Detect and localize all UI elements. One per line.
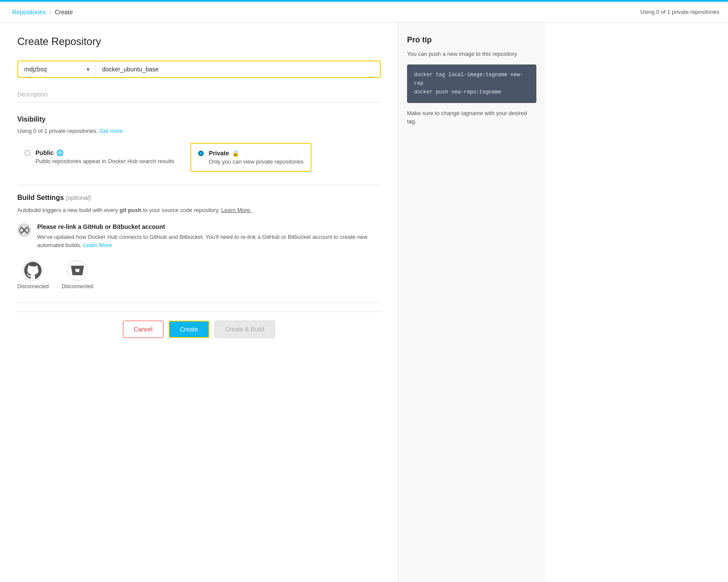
relink-learn-more-link[interactable]: Learn More — [83, 242, 112, 248]
svg-point-6 — [67, 260, 87, 280]
relink-text: Please re-link a GitHub or Bitbucket acc… — [37, 223, 381, 250]
cancel-button[interactable]: Cancel — [123, 321, 164, 338]
name-row: mdjzbsq ▾ — [17, 61, 381, 78]
public-label-title: Public 🌐 — [35, 149, 174, 156]
namespace-value: mdjzbsq — [24, 66, 47, 73]
public-label-desc: Public repositories appear in Docker Hub… — [35, 158, 174, 164]
divider-1 — [17, 185, 381, 185]
private-usage-text: Using 0 of 1 private repositories. Get m… — [17, 128, 381, 134]
usage-text: Using 0 of 1 private repositories — [640, 9, 719, 15]
public-radio[interactable] — [25, 150, 30, 156]
description-input[interactable] — [17, 87, 381, 103]
lock-icon: 🔒 — [232, 150, 239, 157]
private-label-title: Private 🔒 — [209, 150, 304, 157]
private-radio[interactable] — [198, 151, 204, 156]
breadcrumb: Repositories › Create — [9, 7, 77, 17]
relink-title: Please re-link a GitHub or Bitbucket acc… — [37, 223, 381, 230]
relink-desc: We've updated how Docker Hub connects to… — [37, 233, 381, 250]
relink-notice: Please re-link a GitHub or Bitbucket acc… — [17, 223, 381, 250]
providers-row: Disconnected Disconnected — [17, 260, 381, 289]
right-sidebar: Pro tip You can push a new image to this… — [398, 23, 545, 582]
relink-icon — [17, 223, 31, 237]
globe-icon: 🌐 — [56, 149, 64, 156]
main-layout: Create Repository mdjzbsq ▾ Visibility U… — [0, 23, 728, 582]
visibility-option-public[interactable]: Public 🌐 Public repositories appear in D… — [17, 143, 182, 172]
create-and-build-button[interactable]: Create & Build — [215, 321, 275, 338]
visibility-options: Public 🌐 Public repositories appear in D… — [17, 143, 381, 172]
nav-current: Create — [51, 7, 77, 17]
get-more-link[interactable]: Get more — [99, 128, 123, 134]
visibility-option-private[interactable]: Private 🔒 Only you can view private repo… — [190, 143, 311, 172]
top-nav: Repositories › Create Using 0 of 1 priva… — [0, 2, 728, 23]
code-block: docker tag local-image:tagname new-rep d… — [407, 64, 536, 103]
nav-repositories-link[interactable]: Repositories — [9, 7, 49, 17]
learn-more-link[interactable]: Learn More. — [221, 207, 252, 213]
divider-2 — [17, 302, 381, 303]
provider-github: Disconnected — [17, 260, 49, 289]
code-line-1: docker tag local-image:tagname new-rep — [414, 71, 529, 88]
namespace-select[interactable]: mdjzbsq ▾ — [18, 61, 96, 77]
build-desc: Autobuild triggers a new build with ever… — [17, 206, 381, 215]
private-label-desc: Only you can view private repositories — [209, 158, 304, 165]
bitbucket-label: Disconnected — [62, 283, 93, 289]
provider-bitbucket: Disconnected — [62, 260, 93, 289]
create-button[interactable]: Create — [169, 321, 209, 338]
code-line-2: docker push new-repo:tagname — [414, 88, 529, 96]
github-icon — [22, 260, 43, 281]
visibility-section: Visibility Using 0 of 1 private reposito… — [17, 116, 381, 172]
pro-tip-title: Pro tip — [407, 35, 536, 45]
visibility-title: Visibility — [17, 116, 381, 123]
build-settings-title: Build Settings (optional) — [17, 194, 381, 202]
public-label: Public 🌐 Public repositories appear in D… — [35, 149, 174, 164]
build-settings-section: Build Settings (optional) Autobuild trig… — [17, 194, 381, 289]
private-label: Private 🔒 Only you can view private repo… — [209, 150, 304, 165]
chevron-down-icon: ▾ — [87, 66, 90, 73]
repo-name-input[interactable] — [96, 61, 380, 77]
bitbucket-icon — [67, 260, 88, 281]
github-label: Disconnected — [17, 283, 49, 289]
page-title: Create Repository — [17, 35, 381, 48]
pro-tip-desc: You can push a new image to this reposit… — [407, 50, 536, 58]
pro-tip-note: Make sure to change tagname with your de… — [407, 109, 536, 126]
footer-buttons: Cancel Create Create & Build — [17, 312, 381, 347]
content-area: Create Repository mdjzbsq ▾ Visibility U… — [0, 23, 398, 582]
